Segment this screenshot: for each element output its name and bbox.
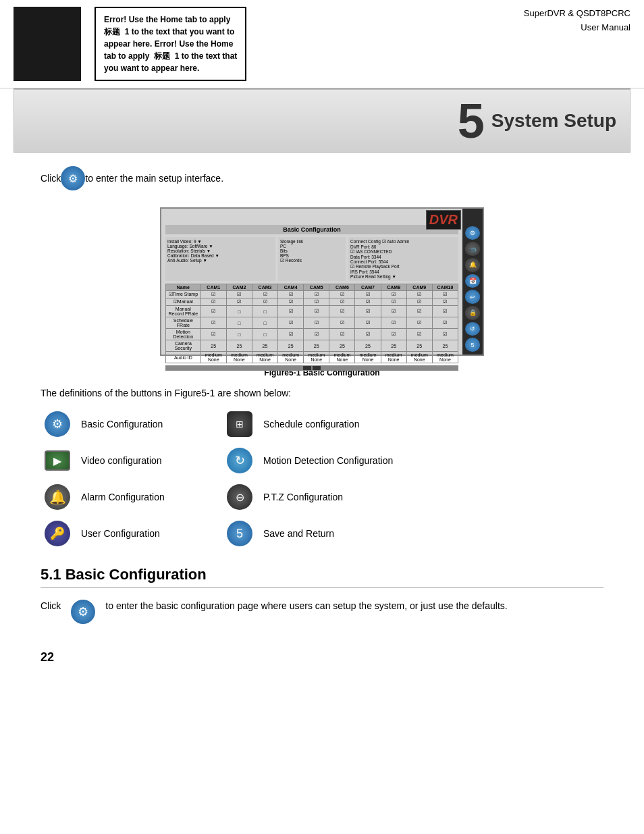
section-content: Click ⚙ to enter the basic configuration… [41,598,603,624]
dvr-logo: DVR [426,210,461,230]
icon-ptz-config: ⊖ [223,481,257,513]
dvr-btn-4: 📅 [465,274,480,288]
icon-schedule-config: ⊞ [223,409,257,440]
dvr-btn-5: ↩ [465,290,480,304]
chapter-banner: 5 System Setup [14,89,630,153]
product-name: SuperDVR & QSDT8PCRC [524,7,630,21]
chapter-title: System Setup [491,110,616,132]
label-alarm-config: Alarm Configuration [74,489,223,505]
icon-motion-config: ↻ [223,445,257,476]
header-notice: Error! Use the Home tab to apply 标题 1 to… [95,7,246,81]
icon-video-config: ▶ [41,448,74,473]
gear-icon: ⚙ [61,166,85,190]
section-gear-icon: ⚙ [71,600,95,624]
label-schedule-config: Schedule configuration [257,416,603,432]
click-instruction: Click ⚙ to enter the main setup interfac… [41,166,603,190]
dvr-btn-2: 📹 [465,242,480,256]
dvr-btn-3: 🔔 [465,258,480,272]
click-after-text: to enter the main setup interface. [85,173,223,184]
header-black-box [14,7,81,81]
dvr-btn-1: ⚙ [465,226,480,240]
label-save-return: Save and Return [257,525,603,542]
config-title: Basic Configuration [165,225,458,234]
section-title: 5.1 Basic Configuration [41,566,603,588]
section-click-after: to enter the basic configuration page wh… [105,598,507,613]
dvr-sidebar: ⚙ 📹 🔔 📅 ↩ 🔒 ↺ 5 [462,209,483,355]
icon-alarm-config: 🔔 [41,481,74,513]
chapter-number: 5 [458,97,485,145]
manual-label: User Manual [524,21,630,35]
dvr-btn-7: ↺ [465,322,480,336]
label-user-config: User Configuration [74,525,223,542]
section-click-before: Click [41,598,61,613]
icon-basic-config: ⚙ [41,409,74,440]
page-header: Error! Use the Home tab to apply 标题 1 to… [0,0,644,88]
label-video-config: Video configuration [74,452,223,469]
dvr-btn-8: 5 [465,338,480,352]
dvr-btn-6: 🔒 [465,306,480,320]
click-before-text: Click [41,173,61,184]
label-basic-config: Basic Configuration [74,416,223,432]
icon-definitions-grid: ⚙ Basic Configuration ⊞ Schedule configu… [41,409,603,549]
header-product-info: SuperDVR & QSDT8PCRC User Manual [524,7,630,35]
dvr-main-panel: Basic Configuration Install Video: 9 ▼ L… [161,209,462,355]
page-number: 22 [41,650,54,664]
icon-save-return: 5 [223,518,257,549]
definition-text: The definitions of the buttons in Figure… [41,388,603,398]
label-motion-config: Motion Detection Configuration [257,452,603,469]
label-ptz-config: P.T.Z Configuration [257,489,603,505]
icon-user-config: 🔑 [41,518,74,549]
dvr-screenshot: DVR Basic Configuration Install Video: 9… [160,207,484,356]
main-content: Click ⚙ to enter the main setup interfac… [0,153,644,637]
